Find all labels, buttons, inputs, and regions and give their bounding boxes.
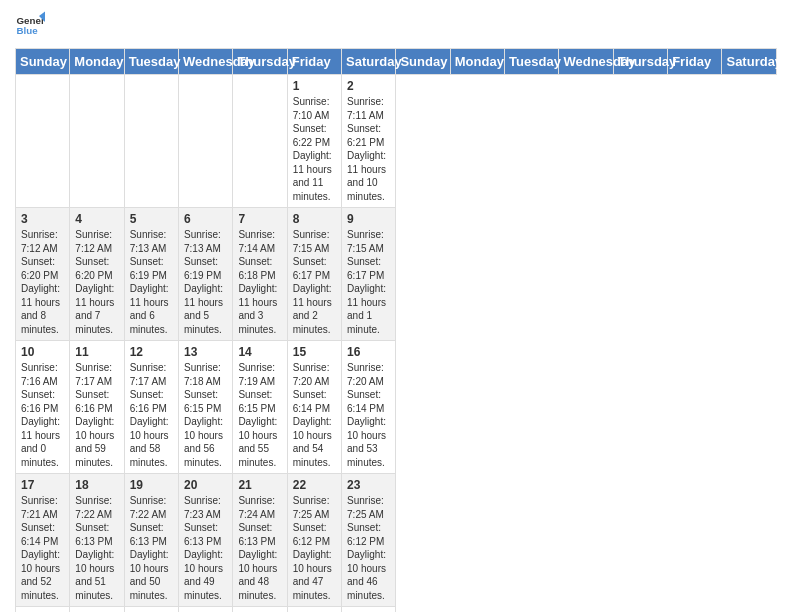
day-info: Sunrise: 7:24 AM Sunset: 6:13 PM Dayligh… <box>238 494 281 602</box>
day-cell: 4Sunrise: 7:12 AM Sunset: 6:20 PM Daylig… <box>70 208 124 341</box>
day-cell: 13Sunrise: 7:18 AM Sunset: 6:15 PM Dayli… <box>179 341 233 474</box>
day-cell: 15Sunrise: 7:20 AM Sunset: 6:14 PM Dayli… <box>287 341 341 474</box>
day-cell: 23Sunrise: 7:25 AM Sunset: 6:12 PM Dayli… <box>342 474 396 607</box>
svg-text:Blue: Blue <box>17 25 39 36</box>
day-cell: 11Sunrise: 7:17 AM Sunset: 6:16 PM Dayli… <box>70 341 124 474</box>
day-info: Sunrise: 7:11 AM Sunset: 6:21 PM Dayligh… <box>347 95 390 203</box>
day-info: Sunrise: 7:15 AM Sunset: 6:17 PM Dayligh… <box>293 228 336 336</box>
day-number: 22 <box>293 478 336 492</box>
day-cell: 5Sunrise: 7:13 AM Sunset: 6:19 PM Daylig… <box>124 208 178 341</box>
day-info: Sunrise: 7:19 AM Sunset: 6:15 PM Dayligh… <box>238 361 281 469</box>
day-info: Sunrise: 7:18 AM Sunset: 6:15 PM Dayligh… <box>184 361 227 469</box>
day-info: Sunrise: 7:14 AM Sunset: 6:18 PM Dayligh… <box>238 228 281 336</box>
day-cell: 1Sunrise: 7:10 AM Sunset: 6:22 PM Daylig… <box>287 75 341 208</box>
day-number: 13 <box>184 345 227 359</box>
col-sunday: Sunday <box>396 49 450 75</box>
day-info: Sunrise: 7:20 AM Sunset: 6:14 PM Dayligh… <box>347 361 390 469</box>
day-cell: 20Sunrise: 7:23 AM Sunset: 6:13 PM Dayli… <box>179 474 233 607</box>
day-cell <box>233 75 287 208</box>
day-number: 20 <box>184 478 227 492</box>
day-info: Sunrise: 7:13 AM Sunset: 6:19 PM Dayligh… <box>184 228 227 336</box>
day-info: Sunrise: 7:25 AM Sunset: 6:12 PM Dayligh… <box>347 494 390 602</box>
day-number: 11 <box>75 345 118 359</box>
day-number: 5 <box>130 212 173 226</box>
day-cell: 26Sunrise: 7:28 AM Sunset: 6:12 PM Dayli… <box>124 607 178 613</box>
day-number: 7 <box>238 212 281 226</box>
day-number: 18 <box>75 478 118 492</box>
day-cell: 22Sunrise: 7:25 AM Sunset: 6:12 PM Dayli… <box>287 474 341 607</box>
day-cell: 12Sunrise: 7:17 AM Sunset: 6:16 PM Dayli… <box>124 341 178 474</box>
logo: General Blue <box>15 10 45 40</box>
day-number: 15 <box>293 345 336 359</box>
day-number: 14 <box>238 345 281 359</box>
day-cell: 17Sunrise: 7:21 AM Sunset: 6:14 PM Dayli… <box>16 474 70 607</box>
day-cell: 25Sunrise: 7:27 AM Sunset: 6:12 PM Dayli… <box>70 607 124 613</box>
day-cell: 29Sunrise: 7:30 AM Sunset: 6:12 PM Dayli… <box>287 607 341 613</box>
day-cell: 6Sunrise: 7:13 AM Sunset: 6:19 PM Daylig… <box>179 208 233 341</box>
day-cell <box>179 75 233 208</box>
day-cell: 10Sunrise: 7:16 AM Sunset: 6:16 PM Dayli… <box>16 341 70 474</box>
col-saturday: Saturday <box>722 49 777 75</box>
day-info: Sunrise: 7:10 AM Sunset: 6:22 PM Dayligh… <box>293 95 336 203</box>
week-row-4: 17Sunrise: 7:21 AM Sunset: 6:14 PM Dayli… <box>16 474 777 607</box>
day-cell <box>124 75 178 208</box>
day-info: Sunrise: 7:16 AM Sunset: 6:16 PM Dayligh… <box>21 361 64 469</box>
day-info: Sunrise: 7:13 AM Sunset: 6:19 PM Dayligh… <box>130 228 173 336</box>
col-header-monday: Monday <box>70 49 124 75</box>
day-cell: 16Sunrise: 7:20 AM Sunset: 6:14 PM Dayli… <box>342 341 396 474</box>
day-cell: 27Sunrise: 7:28 AM Sunset: 6:12 PM Dayli… <box>179 607 233 613</box>
day-number: 17 <box>21 478 64 492</box>
calendar-table: SundayMondayTuesdayWednesdayThursdayFrid… <box>15 48 777 612</box>
day-cell: 19Sunrise: 7:22 AM Sunset: 6:13 PM Dayli… <box>124 474 178 607</box>
day-cell: 30Sunrise: 7:30 AM Sunset: 6:12 PM Dayli… <box>342 607 396 613</box>
day-cell: 24Sunrise: 7:26 AM Sunset: 6:12 PM Dayli… <box>16 607 70 613</box>
day-number: 12 <box>130 345 173 359</box>
day-number: 4 <box>75 212 118 226</box>
day-info: Sunrise: 7:20 AM Sunset: 6:14 PM Dayligh… <box>293 361 336 469</box>
day-info: Sunrise: 7:17 AM Sunset: 6:16 PM Dayligh… <box>130 361 173 469</box>
day-number: 1 <box>293 79 336 93</box>
col-wednesday: Wednesday <box>559 49 613 75</box>
col-header-tuesday: Tuesday <box>124 49 178 75</box>
day-cell <box>16 75 70 208</box>
day-info: Sunrise: 7:22 AM Sunset: 6:13 PM Dayligh… <box>130 494 173 602</box>
col-header-saturday: Saturday <box>342 49 396 75</box>
day-cell: 2Sunrise: 7:11 AM Sunset: 6:21 PM Daylig… <box>342 75 396 208</box>
day-cell <box>70 75 124 208</box>
day-info: Sunrise: 7:23 AM Sunset: 6:13 PM Dayligh… <box>184 494 227 602</box>
col-thursday: Thursday <box>613 49 667 75</box>
day-number: 9 <box>347 212 390 226</box>
day-number: 2 <box>347 79 390 93</box>
week-row-3: 10Sunrise: 7:16 AM Sunset: 6:16 PM Dayli… <box>16 341 777 474</box>
day-number: 19 <box>130 478 173 492</box>
header-row: SundayMondayTuesdayWednesdayThursdayFrid… <box>16 49 777 75</box>
day-info: Sunrise: 7:25 AM Sunset: 6:12 PM Dayligh… <box>293 494 336 602</box>
page-header: General Blue <box>15 10 777 40</box>
day-info: Sunrise: 7:12 AM Sunset: 6:20 PM Dayligh… <box>21 228 64 336</box>
col-header-thursday: Thursday <box>233 49 287 75</box>
day-info: Sunrise: 7:21 AM Sunset: 6:14 PM Dayligh… <box>21 494 64 602</box>
col-header-sunday: Sunday <box>16 49 70 75</box>
day-cell: 7Sunrise: 7:14 AM Sunset: 6:18 PM Daylig… <box>233 208 287 341</box>
day-info: Sunrise: 7:17 AM Sunset: 6:16 PM Dayligh… <box>75 361 118 469</box>
day-cell: 9Sunrise: 7:15 AM Sunset: 6:17 PM Daylig… <box>342 208 396 341</box>
day-cell: 8Sunrise: 7:15 AM Sunset: 6:17 PM Daylig… <box>287 208 341 341</box>
day-cell: 14Sunrise: 7:19 AM Sunset: 6:15 PM Dayli… <box>233 341 287 474</box>
day-number: 21 <box>238 478 281 492</box>
day-info: Sunrise: 7:22 AM Sunset: 6:13 PM Dayligh… <box>75 494 118 602</box>
week-row-1: 1Sunrise: 7:10 AM Sunset: 6:22 PM Daylig… <box>16 75 777 208</box>
day-cell: 3Sunrise: 7:12 AM Sunset: 6:20 PM Daylig… <box>16 208 70 341</box>
logo-icon: General Blue <box>15 10 45 40</box>
day-cell: 28Sunrise: 7:29 AM Sunset: 6:12 PM Dayli… <box>233 607 287 613</box>
day-number: 23 <box>347 478 390 492</box>
day-number: 6 <box>184 212 227 226</box>
day-info: Sunrise: 7:15 AM Sunset: 6:17 PM Dayligh… <box>347 228 390 336</box>
day-number: 8 <box>293 212 336 226</box>
day-number: 10 <box>21 345 64 359</box>
col-header-friday: Friday <box>287 49 341 75</box>
day-cell: 21Sunrise: 7:24 AM Sunset: 6:13 PM Dayli… <box>233 474 287 607</box>
col-tuesday: Tuesday <box>505 49 559 75</box>
day-number: 3 <box>21 212 64 226</box>
day-number: 16 <box>347 345 390 359</box>
day-cell: 18Sunrise: 7:22 AM Sunset: 6:13 PM Dayli… <box>70 474 124 607</box>
